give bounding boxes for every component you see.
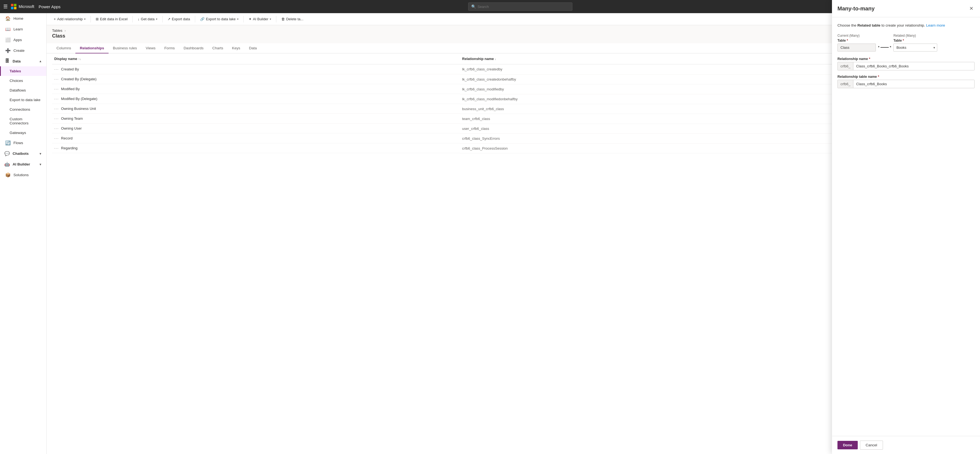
rel-tables-row: Current (Many) Table * Class * * Related…	[837, 34, 975, 51]
hamburger-icon[interactable]: ☰	[3, 3, 8, 10]
rel-table-name-prefix: crfb6_	[838, 80, 853, 88]
sidebar-item-choices[interactable]: Choices	[0, 76, 46, 86]
cell-display-name: ··· Created By	[52, 64, 460, 74]
sidebar-item-create[interactable]: ➕ Create	[0, 45, 46, 56]
more-actions-icon[interactable]: ···	[54, 106, 59, 111]
sidebar-item-flows[interactable]: 🔄 Flows	[0, 138, 46, 148]
more-actions-icon[interactable]: ···	[54, 136, 59, 140]
cell-display-name: ··· Owning Team	[52, 114, 460, 124]
cancel-button[interactable]: Cancel	[860, 441, 883, 449]
cell-display-name: ··· Modified By	[52, 84, 460, 94]
panel-body: Choose the Related table to create your …	[832, 17, 980, 436]
sidebar-item-custom-connectors[interactable]: Custom Connectors	[0, 114, 46, 128]
sidebar-item-label-data: Data	[13, 59, 21, 63]
sidebar-group-chatbots[interactable]: 💬 Chatbots ▼	[0, 148, 46, 159]
connector-right-star: *	[890, 45, 891, 49]
more-actions-icon[interactable]: ···	[54, 87, 59, 91]
sidebar: 🏠 Home 📖 Learn ⬜ Apps ➕ Create 🗄 Data ▲ …	[0, 13, 46, 454]
done-button[interactable]: Done	[837, 441, 858, 449]
solutions-icon: 📦	[5, 172, 11, 178]
sidebar-item-gateways[interactable]: Gateways	[0, 128, 46, 138]
many-to-many-panel: Many-to-many ✕ Choose the Related table …	[832, 0, 980, 454]
relationship-name-label: Relationship name *	[837, 57, 975, 61]
more-actions-icon[interactable]: ···	[54, 146, 59, 150]
relationship-table-name-input-row[interactable]: crfb6_	[837, 80, 975, 88]
flows-icon: 🔄	[5, 140, 11, 146]
sidebar-item-apps[interactable]: ⬜ Apps	[0, 35, 46, 45]
relationship-table-name-group: Relationship table name * crfb6_	[837, 75, 975, 88]
rel-table-name-required: *	[878, 75, 879, 79]
export-lake-label: Export to data lake	[206, 17, 235, 21]
related-table-label: Table *	[893, 39, 937, 43]
cmd-divider-1	[91, 16, 91, 22]
sidebar-item-label-choices: Choices	[10, 79, 23, 83]
more-actions-icon[interactable]: ···	[54, 77, 59, 81]
tab-relationships[interactable]: Relationships	[75, 43, 108, 54]
connector-line	[880, 47, 889, 48]
tab-business-rules[interactable]: Business rules	[108, 43, 142, 54]
panel-footer: Done Cancel	[832, 436, 980, 454]
home-icon: 🏠	[5, 16, 11, 21]
cell-display-name: ··· Record	[52, 133, 460, 143]
more-actions-icon[interactable]: ···	[54, 116, 59, 121]
sidebar-group-data[interactable]: 🗄 Data ▲	[0, 56, 46, 66]
delete-table-button[interactable]: 🗑 Delete ta...	[278, 15, 306, 23]
add-relationship-icon: +	[54, 17, 56, 21]
search-bar[interactable]: 🔍	[468, 2, 573, 11]
get-data-button[interactable]: ↓ Get data ▾	[135, 15, 160, 23]
sidebar-item-export[interactable]: Export to data lake	[0, 95, 46, 105]
col-header-display-name[interactable]: Display name ↑↓	[52, 54, 460, 64]
sidebar-item-label-dataflows: Dataflows	[10, 88, 26, 92]
sidebar-item-tables[interactable]: Tables	[0, 66, 46, 76]
export-data-icon: ↗	[167, 17, 170, 21]
related-table-select[interactable]: BooksAccountContactLead	[893, 44, 937, 51]
add-relationship-button[interactable]: + Add relationship ▾	[51, 15, 88, 23]
tab-forms[interactable]: Forms	[160, 43, 179, 54]
breadcrumb-separator: ›	[65, 29, 66, 33]
relationship-table-name-label: Relationship table name *	[837, 75, 975, 79]
ms-squares	[11, 4, 16, 9]
related-table-group: Related (Many) Table * BooksAccountConta…	[893, 34, 937, 51]
tab-columns[interactable]: Columns	[52, 43, 75, 54]
learn-more-link[interactable]: Learn more	[926, 23, 945, 27]
more-actions-icon[interactable]: ···	[54, 126, 59, 130]
cell-display-name: ··· Owning Business Unit	[52, 104, 460, 114]
edit-excel-button[interactable]: ⊞ Edit data in Excel	[93, 15, 130, 23]
panel-close-button[interactable]: ✕	[968, 5, 975, 13]
sidebar-item-label-create: Create	[13, 49, 25, 52]
export-lake-chevron: ▾	[237, 17, 239, 21]
cell-display-name: ··· Regarding	[52, 143, 460, 153]
export-data-button[interactable]: ↗ Export data	[165, 15, 193, 23]
tab-views[interactable]: Views	[142, 43, 160, 54]
export-lake-button[interactable]: 🔗 Export to data lake ▾	[197, 15, 241, 23]
sidebar-item-learn[interactable]: 📖 Learn	[0, 24, 46, 35]
sidebar-item-dataflows[interactable]: Dataflows	[0, 86, 46, 95]
rel-connector: * *	[878, 45, 891, 51]
relationship-name-group: Relationship name * crfb6_	[837, 57, 975, 70]
more-actions-icon[interactable]: ···	[54, 67, 59, 71]
sidebar-item-label-tables: Tables	[10, 69, 21, 73]
cmd-divider-2	[132, 16, 133, 22]
tab-keys[interactable]: Keys	[228, 43, 245, 54]
search-input[interactable]	[477, 5, 570, 9]
edit-excel-icon: ⊞	[95, 17, 99, 21]
tab-data[interactable]: Data	[245, 43, 261, 54]
relationship-table-name-input[interactable]	[853, 80, 974, 88]
current-table-group: Current (Many) Table * Class	[837, 34, 876, 51]
sidebar-item-solutions[interactable]: 📦 Solutions	[0, 170, 46, 180]
breadcrumb-parent[interactable]: Tables	[52, 29, 62, 33]
add-relationship-label: Add relationship	[57, 17, 83, 21]
get-data-icon: ↓	[138, 17, 140, 21]
relationship-name-input-row[interactable]: crfb6_	[837, 62, 975, 70]
tab-dashboards[interactable]: Dashboards	[179, 43, 208, 54]
expand-icon: ▲	[39, 59, 42, 63]
tab-charts[interactable]: Charts	[208, 43, 228, 54]
ai-builder-button[interactable]: ✦ AI Builder ▾	[246, 15, 274, 23]
sidebar-item-label-custom-connectors: Custom Connectors	[10, 117, 42, 125]
sidebar-item-connections[interactable]: Connections	[0, 105, 46, 114]
relationship-name-input[interactable]	[853, 62, 974, 70]
more-actions-icon[interactable]: ···	[54, 97, 59, 101]
export-lake-icon: 🔗	[200, 17, 205, 21]
sidebar-item-home[interactable]: 🏠 Home	[0, 13, 46, 24]
sidebar-group-ai-builder[interactable]: 🤖 AI Builder ▼	[0, 159, 46, 170]
